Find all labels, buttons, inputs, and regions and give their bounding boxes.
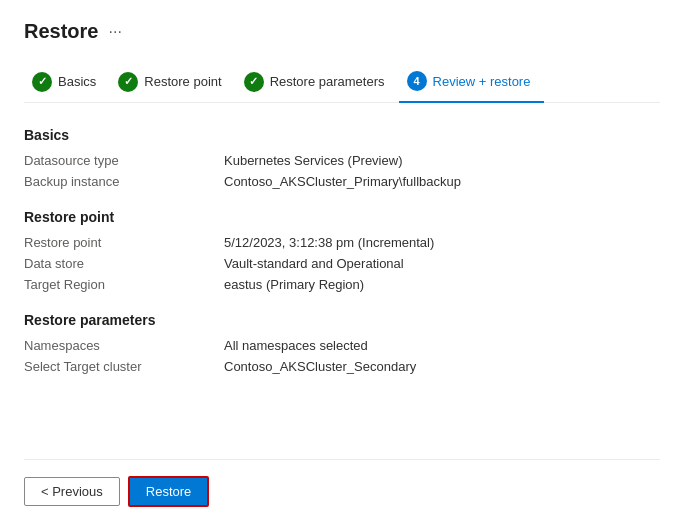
target-region-value: eastus (Primary Region) [224,277,364,292]
restore-point-value: 5/12/2023, 3:12:38 pm (Incremental) [224,235,434,250]
restore-button[interactable]: Restore [128,476,210,507]
restore-parameters-section: Restore parameters Namespaces All namesp… [24,312,660,374]
target-cluster-value: Contoso_AKSCluster_Secondary [224,359,416,374]
namespaces-value: All namespaces selected [224,338,368,353]
data-store-row: Data store Vault-standard and Operationa… [24,256,660,271]
restore-point-section-title: Restore point [24,209,660,225]
step-restore-point-label: Restore point [144,74,221,89]
page-menu-icon[interactable]: ··· [108,23,121,41]
previous-button[interactable]: < Previous [24,477,120,506]
restore-point-section: Restore point Restore point 5/12/2023, 3… [24,209,660,292]
backup-instance-label: Backup instance [24,174,224,189]
datasource-type-label: Datasource type [24,153,224,168]
datasource-type-value: Kubernetes Services (Preview) [224,153,402,168]
step-basics-check-icon [32,72,52,92]
basics-section-title: Basics [24,127,660,143]
backup-instance-value: Contoso_AKSCluster_Primary\fullbackup [224,174,461,189]
step-restore-parameters[interactable]: Restore parameters [236,64,399,102]
backup-instance-row: Backup instance Contoso_AKSCluster_Prima… [24,174,660,189]
namespaces-row: Namespaces All namespaces selected [24,338,660,353]
step-restore-parameters-label: Restore parameters [270,74,385,89]
target-cluster-label: Select Target cluster [24,359,224,374]
content-area: Basics Datasource type Kubernetes Servic… [24,127,660,459]
step-review-restore[interactable]: 4 Review + restore [399,63,545,103]
step-restore-point[interactable]: Restore point [110,64,235,102]
restore-point-label: Restore point [24,235,224,250]
step-basics-label: Basics [58,74,96,89]
step-restore-parameters-check-icon [244,72,264,92]
basics-section: Basics Datasource type Kubernetes Servic… [24,127,660,189]
step-restore-point-check-icon [118,72,138,92]
target-region-row: Target Region eastus (Primary Region) [24,277,660,292]
data-store-value: Vault-standard and Operational [224,256,404,271]
restore-point-row: Restore point 5/12/2023, 3:12:38 pm (Inc… [24,235,660,250]
wizard-steps: Basics Restore point Restore parameters … [24,63,660,103]
target-region-label: Target Region [24,277,224,292]
data-store-label: Data store [24,256,224,271]
step-basics[interactable]: Basics [24,64,110,102]
footer: < Previous Restore [24,459,660,507]
step-review-restore-label: Review + restore [433,74,531,89]
step-review-restore-number-icon: 4 [407,71,427,91]
target-cluster-row: Select Target cluster Contoso_AKSCluster… [24,359,660,374]
datasource-type-row: Datasource type Kubernetes Services (Pre… [24,153,660,168]
page-title: Restore [24,20,98,43]
namespaces-label: Namespaces [24,338,224,353]
restore-parameters-section-title: Restore parameters [24,312,660,328]
